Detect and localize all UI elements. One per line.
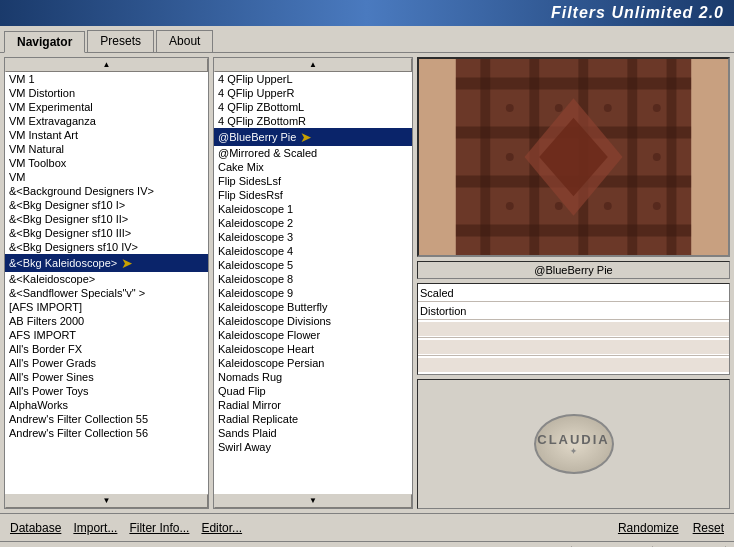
category-list-item[interactable]: AFS IMPORT <box>5 328 208 342</box>
category-list-item[interactable]: &<Bkg Designers sf10 IV> <box>5 240 208 254</box>
category-list-item[interactable]: Andrew's Filter Collection 56 <box>5 426 208 440</box>
category-list-item[interactable]: VM Toolbox <box>5 156 208 170</box>
filter-list-item[interactable]: Radial Mirror <box>214 398 412 412</box>
svg-point-18 <box>653 153 661 161</box>
filter-list-item[interactable]: Cake Mix <box>214 160 412 174</box>
filter-list-item[interactable]: Kaleidoscope 1 <box>214 202 412 216</box>
svg-point-19 <box>506 202 514 210</box>
filter-list-item[interactable]: @BlueBerry Pie ➤ <box>214 128 412 146</box>
filter-list-panel: ▲ 4 QFlip UpperL4 QFlip UpperR4 QFlip ZB… <box>213 57 413 509</box>
category-list-item[interactable]: [AFS IMPORT] <box>5 300 208 314</box>
filter-list-item[interactable]: Nomads Rug <box>214 370 412 384</box>
database-button[interactable]: Database <box>4 519 67 537</box>
param-row-3 <box>418 338 729 356</box>
param-input-2[interactable] <box>418 322 729 336</box>
app-title: Filters Unlimited 2.0 <box>551 4 724 21</box>
svg-point-15 <box>604 104 612 112</box>
filter-list-item[interactable]: Kaleidoscope 8 <box>214 272 412 286</box>
editor-button[interactable]: Editor... <box>195 519 248 537</box>
svg-point-22 <box>653 202 661 210</box>
param-input-3[interactable] <box>418 340 729 354</box>
param-input-0[interactable] <box>418 286 729 300</box>
filter-list-item[interactable]: 4 QFlip UpperL <box>214 72 412 86</box>
param-input-4[interactable] <box>418 358 729 372</box>
bottom-toolbar: Database Import... Filter Info... Editor… <box>0 513 734 541</box>
svg-point-14 <box>555 104 563 112</box>
category-list-item[interactable]: All's Border FX <box>5 342 208 356</box>
category-list-item[interactable]: &<Bkg Designer sf10 II> <box>5 212 208 226</box>
category-list-item[interactable]: VM 1 <box>5 72 208 86</box>
filter-list[interactable]: 4 QFlip UpperL4 QFlip UpperR4 QFlip ZBot… <box>214 72 412 494</box>
main-content: ▲ VM 1VM DistortionVM ExperimentalVM Ext… <box>0 53 734 513</box>
filter-list-item[interactable]: Quad Flip <box>214 384 412 398</box>
tab-navigator[interactable]: Navigator <box>4 31 85 53</box>
category-list-item[interactable]: All's Power Grads <box>5 356 208 370</box>
filter-list-item[interactable]: Swirl Away <box>214 440 412 454</box>
category-list-item[interactable]: VM Experimental <box>5 100 208 114</box>
filter-list-item[interactable]: Kaleidoscope 4 <box>214 244 412 258</box>
category-list[interactable]: VM 1VM DistortionVM ExperimentalVM Extra… <box>5 72 208 494</box>
category-list-scroll-area: VM 1VM DistortionVM ExperimentalVM Extra… <box>5 72 208 494</box>
param-input-1[interactable] <box>418 304 729 318</box>
param-row-0 <box>418 284 729 302</box>
filter-list-item[interactable]: 4 QFlip UpperR <box>214 86 412 100</box>
filter-list-item[interactable]: Flip SidesLsf <box>214 174 412 188</box>
svg-point-21 <box>604 202 612 210</box>
category-scroll-up[interactable]: ▲ <box>5 58 208 72</box>
logo-area: CLAUDIA ✦ <box>417 379 730 509</box>
filter-scroll-up[interactable]: ▲ <box>214 58 412 72</box>
filter-list-item[interactable]: @Mirrored & Scaled <box>214 146 412 160</box>
svg-point-20 <box>555 202 563 210</box>
reset-button[interactable]: Reset <box>687 519 730 537</box>
filter-list-item[interactable]: Flip SidesRsf <box>214 188 412 202</box>
category-list-item[interactable]: VM Instant Art <box>5 128 208 142</box>
import-button[interactable]: Import... <box>67 519 123 537</box>
category-list-item[interactable]: &<Bkg Designer sf10 I> <box>5 198 208 212</box>
category-list-item[interactable]: VM <box>5 170 208 184</box>
filter-list-item[interactable]: Kaleidoscope 5 <box>214 258 412 272</box>
param-grid <box>417 283 730 375</box>
param-row-2 <box>418 320 729 338</box>
svg-point-13 <box>506 104 514 112</box>
filter-list-item[interactable]: Kaleidoscope 2 <box>214 216 412 230</box>
filter-list-item[interactable]: Kaleidoscope Divisions <box>214 314 412 328</box>
param-row-1 <box>418 302 729 320</box>
category-list-item[interactable]: &<Background Designers IV> <box>5 184 208 198</box>
param-row-4 <box>418 356 729 374</box>
filter-list-item[interactable]: 4 QFlip ZBottomL <box>214 100 412 114</box>
tab-presets[interactable]: Presets <box>87 30 154 52</box>
category-list-item[interactable]: &<Sandflower Specials"v" > <box>5 286 208 300</box>
filter-list-item[interactable]: Kaleidoscope Heart <box>214 342 412 356</box>
category-scroll-down[interactable]: ▼ <box>5 494 208 508</box>
category-list-item[interactable]: Andrew's Filter Collection 55 <box>5 412 208 426</box>
category-list-item[interactable]: &<Bkg Kaleidoscope> ➤ <box>5 254 208 272</box>
category-list-item[interactable]: All's Power Sines <box>5 370 208 384</box>
svg-point-16 <box>653 104 661 112</box>
tab-about[interactable]: About <box>156 30 213 52</box>
filter-list-item[interactable]: Radial Replicate <box>214 412 412 426</box>
filter-info-button[interactable]: Filter Info... <box>123 519 195 537</box>
category-list-item[interactable]: VM Extravaganza <box>5 114 208 128</box>
filter-list-item[interactable]: Sands Plaid <box>214 426 412 440</box>
category-list-item[interactable]: VM Distortion <box>5 86 208 100</box>
category-list-item[interactable]: AB Filters 2000 <box>5 314 208 328</box>
filter-scroll-down[interactable]: ▼ <box>214 494 412 508</box>
category-list-item[interactable]: All's Power Toys <box>5 384 208 398</box>
filter-list-item[interactable]: Kaleidoscope 3 <box>214 230 412 244</box>
filter-list-item[interactable]: Kaleidoscope Butterfly <box>214 300 412 314</box>
claudia-logo: CLAUDIA ✦ <box>534 414 614 474</box>
category-list-item[interactable]: AlphaWorks <box>5 398 208 412</box>
randomize-button[interactable]: Randomize <box>610 519 687 537</box>
svg-point-17 <box>506 153 514 161</box>
filter-list-item[interactable]: Kaleidoscope 9 <box>214 286 412 300</box>
category-list-item[interactable]: &<Bkg Designer sf10 III> <box>5 226 208 240</box>
category-list-item[interactable]: VM Natural <box>5 142 208 156</box>
category-list-item[interactable]: &<Kaleidoscope> <box>5 272 208 286</box>
filter-name-display: @BlueBerry Pie <box>417 261 730 279</box>
filter-list-item[interactable]: 4 QFlip ZBottomR <box>214 114 412 128</box>
tabs-row: Navigator Presets About <box>0 26 734 53</box>
status-bar: Database: ICNET-Filters Filters: 2297 ➤ … <box>0 541 734 547</box>
filter-list-item[interactable]: Kaleidoscope Flower <box>214 328 412 342</box>
filter-list-item[interactable]: Kaleidoscope Persian <box>214 356 412 370</box>
category-list-panel: ▲ VM 1VM DistortionVM ExperimentalVM Ext… <box>4 57 209 509</box>
